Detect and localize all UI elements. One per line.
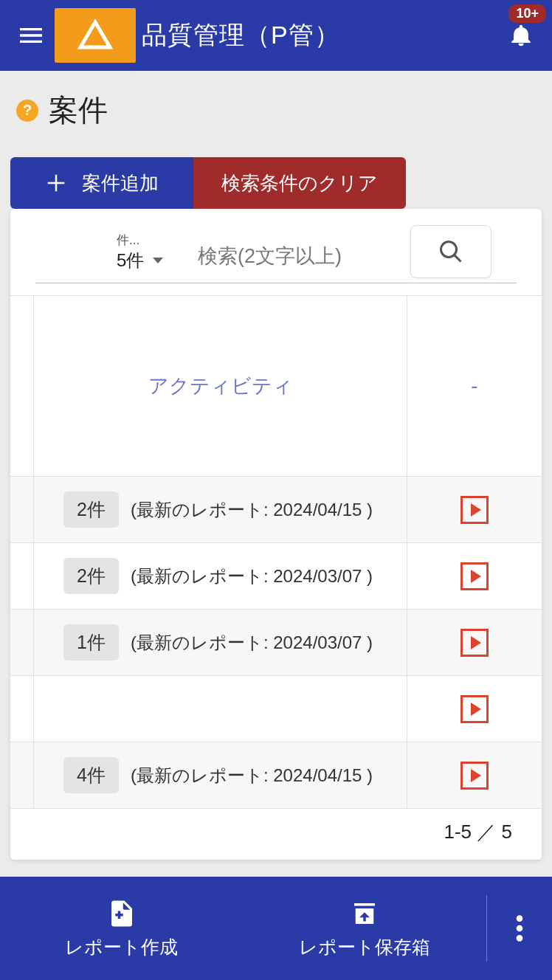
cell-activity: [34, 676, 407, 742]
add-case-label: 案件追加: [82, 170, 159, 196]
table-row[interactable]: 2件(最新のレポート: 2024/03/07 ): [10, 543, 542, 610]
svg-point-2: [517, 935, 523, 942]
table-header: アクティビティ -: [10, 295, 542, 477]
table-row[interactable]: 4件(最新のレポート: 2024/04/15 ): [10, 742, 542, 809]
count-chip: 4件: [63, 757, 119, 793]
menu-button[interactable]: [10, 15, 52, 56]
svg-point-1: [517, 925, 523, 932]
file-plus-icon: [106, 898, 137, 929]
play-icon[interactable]: [460, 762, 489, 790]
search-icon: [438, 238, 464, 265]
row-edge: [10, 477, 34, 542]
cell-activity: 4件(最新のレポート: 2024/04/15 ): [34, 742, 407, 808]
count-chip: 1件: [63, 624, 119, 660]
add-case-button[interactable]: 案件追加: [10, 157, 193, 209]
nav-more-button[interactable]: [487, 914, 552, 943]
latest-report-text: (最新のレポート: 2024/03/07 ): [131, 565, 373, 588]
action-row: 案件追加 検索条件のクリア: [10, 157, 552, 209]
page-title: 案件: [49, 90, 108, 131]
chevron-down-icon: [153, 258, 163, 263]
play-icon[interactable]: [460, 695, 489, 723]
count-chip: 2件: [63, 491, 119, 528]
row-edge: [10, 676, 34, 742]
page-size-select[interactable]: 件... 5件: [117, 232, 187, 272]
play-icon[interactable]: [460, 562, 489, 590]
more-vertical-icon: [516, 914, 523, 943]
clear-search-label: 検索条件のクリア: [221, 170, 378, 196]
row-edge: [10, 543, 34, 609]
cell-action: [407, 543, 542, 609]
filter-row: 件... 5件 検索(2文字以上): [35, 209, 517, 283]
page-size-label: 件...: [117, 232, 187, 249]
triangle-icon: [77, 18, 113, 53]
app-title: 品質管理（P管）: [142, 18, 340, 52]
cell-action: [407, 477, 542, 542]
help-icon[interactable]: ?: [16, 100, 38, 122]
count-chip: 2件: [63, 558, 119, 594]
cell-activity: 2件(最新のレポート: 2024/03/07 ): [34, 543, 407, 609]
table-row[interactable]: 1件(最新のレポート: 2024/03/07 ): [10, 610, 542, 676]
bell-icon: [508, 23, 534, 48]
play-icon[interactable]: [460, 496, 489, 524]
notifications-button[interactable]: 10+: [500, 15, 542, 56]
nav-create-report[interactable]: レポート作成: [0, 898, 244, 959]
cell-activity: 2件(最新のレポート: 2024/04/15 ): [34, 477, 407, 542]
row-edge: [10, 742, 34, 808]
pagination-text: 1-5 ／ 5: [10, 809, 542, 860]
latest-report-text: (最新のレポート: 2024/04/15 ): [131, 498, 373, 522]
cell-action: [407, 742, 542, 808]
column-action[interactable]: -: [407, 296, 542, 476]
clear-search-button[interactable]: 検索条件のクリア: [193, 157, 406, 209]
latest-report-text: (最新のレポート: 2024/03/07 ): [131, 631, 373, 655]
cell-activity: 1件(最新のレポート: 2024/03/07 ): [34, 610, 407, 675]
table-row[interactable]: [10, 676, 542, 742]
search-input[interactable]: 検索(2文字以上): [198, 243, 400, 272]
app-logo: [55, 8, 136, 63]
table-header-edge: [10, 296, 34, 476]
nav-create-label: レポート作成: [65, 935, 178, 959]
plus-icon: [45, 172, 67, 194]
bottom-nav: レポート作成 レポート保存箱: [0, 877, 552, 980]
nav-report-archive[interactable]: レポート保存箱: [244, 898, 487, 959]
column-activity[interactable]: アクティビティ: [34, 296, 407, 476]
nav-archive-label: レポート保存箱: [299, 935, 430, 959]
page-size-value: 5件: [117, 249, 144, 272]
row-edge: [10, 610, 34, 675]
svg-point-0: [517, 915, 523, 922]
search-button[interactable]: [410, 225, 491, 278]
cell-action: [407, 610, 542, 675]
table-row[interactable]: 2件(最新のレポート: 2024/04/15 ): [10, 477, 542, 543]
latest-report-text: (最新のレポート: 2024/04/15 ): [131, 764, 373, 787]
cell-action: [407, 676, 542, 742]
results-card: 件... 5件 検索(2文字以上) アクティビティ - 2件(最新のレポート: …: [10, 209, 542, 860]
page-title-row: ? 案件: [0, 71, 552, 138]
play-icon[interactable]: [460, 629, 489, 657]
app-header: 品質管理（P管） 10+: [0, 0, 552, 71]
notification-badge: 10+: [508, 4, 546, 23]
archive-icon: [349, 898, 380, 929]
hamburger-icon: [16, 21, 46, 50]
table-body: 2件(最新のレポート: 2024/04/15 )2件(最新のレポート: 2024…: [10, 477, 542, 809]
